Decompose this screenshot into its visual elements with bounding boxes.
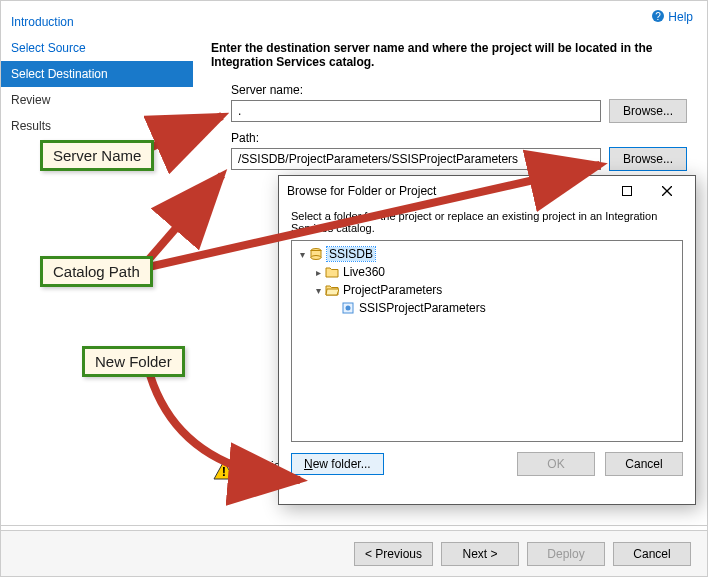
svg-point-9 xyxy=(311,256,321,260)
project-icon xyxy=(340,301,356,315)
dialog-cancel-button[interactable]: Cancel xyxy=(605,452,683,476)
dialog-title: Browse for Folder or Project xyxy=(287,184,607,198)
folder-tree[interactable]: ▾ SSISDB ▸ Live360 ▾ ProjectParameters S… xyxy=(291,240,683,442)
svg-rect-4 xyxy=(623,187,632,196)
nav-results[interactable]: Results xyxy=(1,113,193,139)
wizard-button-bar: < Previous Next > Deploy Cancel xyxy=(1,530,707,576)
expand-icon[interactable]: ▸ xyxy=(312,267,324,278)
svg-point-11 xyxy=(346,306,351,311)
tree-label-live360: Live360 xyxy=(343,265,385,279)
tree-label-leaf: SSISProjectParameters xyxy=(359,301,486,315)
wizard-nav-sidebar: Introduction Select Source Select Destin… xyxy=(1,5,193,143)
tree-node-projectparameters[interactable]: ▾ ProjectParameters xyxy=(294,281,680,299)
nav-select-destination[interactable]: Select Destination xyxy=(1,61,193,87)
nav-select-source[interactable]: Select Source xyxy=(1,35,193,61)
tree-node-ssisdb[interactable]: ▾ SSISDB xyxy=(294,245,680,263)
browse-folder-dialog: Browse for Folder or Project Select a fo… xyxy=(278,175,696,505)
cancel-button[interactable]: Cancel xyxy=(613,542,691,566)
browse-server-button[interactable]: Browse... xyxy=(609,99,687,123)
server-name-label: Server name: xyxy=(231,83,667,97)
collapse-icon[interactable]: ▾ xyxy=(296,249,308,260)
next-button[interactable]: Next > xyxy=(441,542,519,566)
new-folder-button[interactable]: New folder... xyxy=(291,453,384,475)
svg-text:?: ? xyxy=(656,11,662,22)
path-input[interactable] xyxy=(231,148,601,170)
dialog-message: Select a folder for the project or repla… xyxy=(291,210,683,234)
tree-label-projectparams: ProjectParameters xyxy=(343,283,442,297)
maximize-button[interactable] xyxy=(607,177,647,205)
collapse-icon[interactable]: ▾ xyxy=(312,285,324,296)
help-link[interactable]: ?Help xyxy=(651,9,693,24)
callout-server-name: Server Name xyxy=(40,140,154,171)
help-icon: ? xyxy=(651,9,665,23)
tree-node-live360[interactable]: ▸ Live360 xyxy=(294,263,680,281)
dialog-titlebar: Browse for Folder or Project xyxy=(279,176,695,206)
wizard-content-pane: Enter the destination server name and wh… xyxy=(201,31,697,179)
close-button[interactable] xyxy=(647,177,687,205)
tree-node-ssisprojectparameters[interactable]: SSISProjectParameters xyxy=(294,299,680,317)
maximize-icon xyxy=(622,186,632,196)
previous-button[interactable]: < Previous xyxy=(354,542,433,566)
instruction-text: Enter the destination server name and wh… xyxy=(211,41,687,69)
separator xyxy=(1,525,707,526)
browse-path-button[interactable]: Browse... xyxy=(609,147,687,171)
warning-icon: ! xyxy=(213,459,235,481)
close-icon xyxy=(662,186,672,196)
nav-introduction[interactable]: Introduction xyxy=(1,9,193,35)
nav-review[interactable]: Review xyxy=(1,87,193,113)
database-icon xyxy=(308,247,324,261)
tree-label-root: SSISDB xyxy=(327,247,375,261)
folder-icon xyxy=(324,266,340,278)
server-name-input[interactable] xyxy=(231,100,601,122)
callout-catalog-path: Catalog Path xyxy=(40,256,153,287)
folder-open-icon xyxy=(324,284,340,296)
svg-text:!: ! xyxy=(222,464,226,479)
dialog-ok-button: OK xyxy=(517,452,595,476)
deploy-button: Deploy xyxy=(527,542,605,566)
path-label: Path: xyxy=(231,131,667,145)
callout-new-folder: New Folder xyxy=(82,346,185,377)
